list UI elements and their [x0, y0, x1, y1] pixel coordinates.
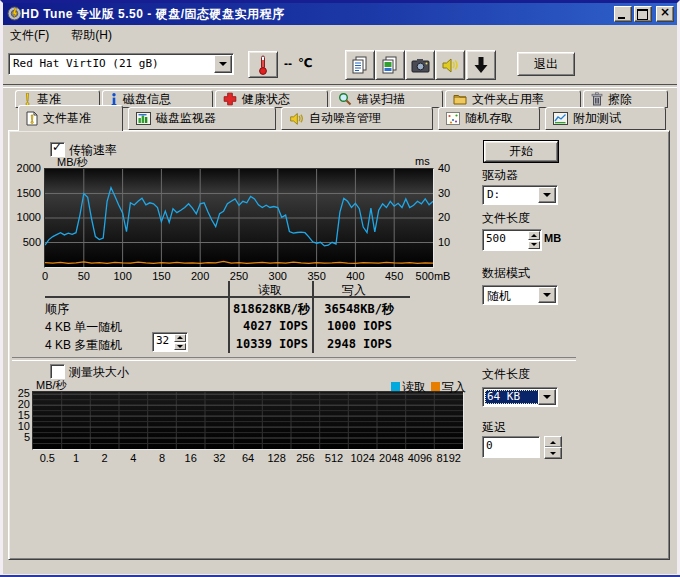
drive-label: 驱动器 [482, 167, 518, 184]
sequential-read-value: 818628KB/秒 [230, 301, 310, 318]
tab-label: 自动噪音管理 [309, 110, 381, 127]
speaker-icon [289, 111, 304, 126]
chevron-down-icon [219, 62, 227, 66]
tick-label: 1000 [4, 211, 41, 223]
block-file-length-combobox[interactable]: 64 KB [482, 387, 558, 407]
tab-folder-usage[interactable]: 文件夹占用率 [445, 90, 581, 108]
stats-header-rule [45, 296, 410, 298]
arrow-down-icon [550, 452, 556, 455]
tab-disk-monitor[interactable]: 磁盘监视器 [128, 107, 276, 130]
4k-single-read-value: 4027 IOPS [230, 319, 308, 333]
data-mode-combobox[interactable]: 随机 [482, 285, 558, 305]
menu-file[interactable]: 文件(F) [3, 25, 56, 46]
drive-combobox-dropdown-button[interactable] [538, 187, 556, 203]
delay-input[interactable]: 0 [482, 436, 540, 458]
copy-text-button[interactable] [345, 50, 375, 80]
drive-select-value: Red Hat VirtIO (21 gB) [13, 57, 159, 70]
file-length-spinner[interactable]: 500 [482, 229, 542, 251]
disk-monitor-icon [136, 112, 151, 125]
thermometer-icon [257, 55, 269, 75]
tab-label: 附加测试 [573, 110, 621, 127]
main-chart-yaxis-right-ticks: 40302010 [438, 169, 464, 267]
file-length-label: 文件长度 [482, 210, 530, 227]
read-legend-label: 读取 [402, 379, 426, 396]
tick-label: 250 [217, 270, 261, 282]
exit-button[interactable]: 退出 [517, 52, 575, 76]
start-button[interactable]: 开始 [484, 141, 558, 162]
main-chart-yaxis-left-title: MB/秒 [57, 155, 88, 170]
temperature-unit: ℃ [298, 56, 313, 70]
tick-label: 8192 [431, 452, 467, 464]
copy-text-icon [351, 56, 369, 74]
spin-down-button[interactable] [174, 343, 186, 351]
tab-erase[interactable]: 擦除 [583, 90, 668, 108]
sequential-write-value: 36548KB/秒 [314, 301, 394, 318]
tick-label: 40 [438, 162, 450, 174]
queue-depth-spinner[interactable]: 32 [152, 332, 188, 352]
file-length-unit: MB [544, 232, 561, 244]
drive-combobox-value: D: [487, 188, 500, 201]
copy-image-icon [381, 56, 399, 74]
block-chart-yaxis-ticks: 252015105 [6, 391, 30, 448]
tick-label: 500mB [411, 270, 455, 282]
acoustic-button[interactable] [435, 50, 465, 80]
health-icon [223, 92, 237, 106]
block-chart-xaxis-ticks: 0.512481632641282565121024204840968192 [33, 452, 463, 466]
tick-label: 450 [372, 270, 416, 282]
tick-label: 0 [23, 270, 67, 282]
block-size-chart [32, 391, 464, 450]
delay-down-button[interactable] [544, 447, 562, 459]
drive-select[interactable]: Red Hat VirtIO (21 gB) [8, 53, 234, 75]
tab-label: 磁盘监视器 [156, 110, 216, 127]
tick-label: 50 [62, 270, 106, 282]
close-button[interactable]: × [656, 6, 674, 22]
tick-label: 500 [4, 236, 41, 248]
tab-extra-tests[interactable]: 附加测试 [545, 107, 666, 130]
file-benchmark-icon [26, 111, 38, 126]
tab-label: 磁盘信息 [123, 91, 171, 108]
tab-random-access[interactable]: 随机存取 [438, 107, 540, 130]
tick-label: 150 [139, 270, 183, 282]
chevron-down-icon [543, 395, 551, 399]
section-separator [12, 357, 576, 361]
tick-label: 30 [438, 187, 450, 199]
block-size-checkbox-label: 测量块大小 [69, 364, 129, 381]
start-button-label: 开始 [509, 143, 533, 160]
save-results-button[interactable] [466, 50, 496, 80]
drive-select-dropdown-button[interactable] [214, 55, 232, 73]
data-mode-dropdown-button[interactable] [538, 287, 556, 303]
spin-up-button[interactable] [174, 334, 186, 342]
exit-button-label: 退出 [534, 56, 558, 73]
file-length-value: 500 [486, 232, 506, 245]
tick-label: 300 [256, 270, 300, 282]
tab-aam[interactable]: 自动噪音管理 [281, 107, 433, 130]
drive-combobox[interactable]: D: [482, 185, 558, 205]
tick-label: 2000 [4, 162, 41, 174]
queue-depth-value: 32 [156, 334, 169, 347]
spin-down-button[interactable] [528, 241, 540, 250]
data-mode-value: 随机 [487, 288, 511, 305]
tab-file-benchmark[interactable]: 文件基准 [18, 105, 123, 131]
menu-help[interactable]: 帮助(H) [64, 25, 119, 46]
arrow-up-icon [531, 234, 537, 237]
temperature-button[interactable] [248, 51, 278, 78]
window-title: HD Tune 专业版 5.50 - 硬盘/固态硬盘实用程序 [21, 6, 284, 23]
tab-health[interactable]: 健康状态 [215, 90, 328, 108]
exclamation-icon [23, 93, 32, 106]
chevron-down-icon [543, 293, 551, 297]
spin-up-button[interactable] [528, 231, 540, 240]
maximize-button[interactable] [634, 6, 652, 22]
write-legend-swatch [431, 382, 440, 391]
tick-label: 350 [295, 270, 339, 282]
write-legend-label: 写入 [442, 379, 466, 396]
block-file-length-label: 文件长度 [482, 366, 530, 383]
maximize-icon [637, 9, 648, 20]
tab-error-scan[interactable]: 错误扫描 [330, 90, 443, 108]
block-size-checkbox[interactable] [50, 364, 65, 379]
read-legend-swatch [391, 382, 400, 391]
block-file-length-dropdown-button[interactable] [538, 389, 556, 405]
random-access-icon [446, 112, 460, 125]
minimize-button[interactable] [614, 6, 632, 22]
screenshot-button[interactable] [405, 50, 435, 80]
copy-image-button[interactable] [375, 50, 405, 80]
